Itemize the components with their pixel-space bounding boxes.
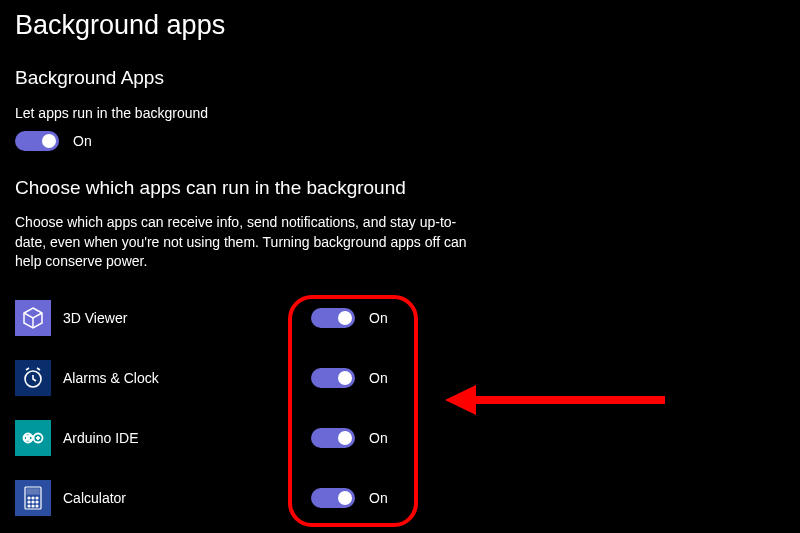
app-toggle-state: On [369, 490, 388, 506]
section-heading-background-apps: Background Apps [15, 67, 785, 89]
choose-apps-description: Choose which apps can receive info, send… [15, 213, 485, 272]
toggle-knob [338, 311, 352, 325]
svg-point-13 [36, 505, 38, 507]
master-toggle-state: On [73, 133, 92, 149]
app-row-arduino-ide: Arduino IDE On [15, 408, 785, 468]
app-toggle-state: On [369, 310, 388, 326]
app-name-label: Arduino IDE [63, 430, 311, 446]
toggle-knob [42, 134, 56, 148]
app-toggle-calculator[interactable] [311, 488, 355, 508]
page-title: Background apps [15, 10, 785, 41]
master-toggle[interactable] [15, 131, 59, 151]
app-toggle-state: On [369, 430, 388, 446]
app-toggle-state: On [369, 370, 388, 386]
toggle-knob [338, 491, 352, 505]
app-toggle-arduino-ide[interactable] [311, 428, 355, 448]
toggle-knob [338, 431, 352, 445]
app-name-label: Alarms & Clock [63, 370, 311, 386]
svg-point-9 [32, 501, 34, 503]
clock-icon [15, 360, 51, 396]
cube-icon [15, 300, 51, 336]
app-row-3d-viewer: 3D Viewer On [15, 288, 785, 348]
app-toggle-alarms-clock[interactable] [311, 368, 355, 388]
master-toggle-label: Let apps run in the background [15, 105, 785, 121]
app-name-label: 3D Viewer [63, 310, 311, 326]
app-toggle-3d-viewer[interactable] [311, 308, 355, 328]
svg-point-10 [36, 501, 38, 503]
app-row-calculator: Calculator On [15, 468, 785, 528]
svg-point-6 [32, 497, 34, 499]
svg-rect-4 [27, 489, 39, 494]
app-list: 3D Viewer On Alarms & Clock On [15, 288, 785, 528]
toggle-knob [338, 371, 352, 385]
app-name-label: Calculator [63, 490, 311, 506]
svg-point-7 [36, 497, 38, 499]
svg-point-12 [32, 505, 34, 507]
app-row-alarms-clock: Alarms & Clock On [15, 348, 785, 408]
svg-point-5 [28, 497, 30, 499]
svg-point-8 [28, 501, 30, 503]
infinity-icon [15, 420, 51, 456]
calculator-icon [15, 480, 51, 516]
svg-point-11 [28, 505, 30, 507]
section-heading-choose-apps: Choose which apps can run in the backgro… [15, 177, 785, 199]
